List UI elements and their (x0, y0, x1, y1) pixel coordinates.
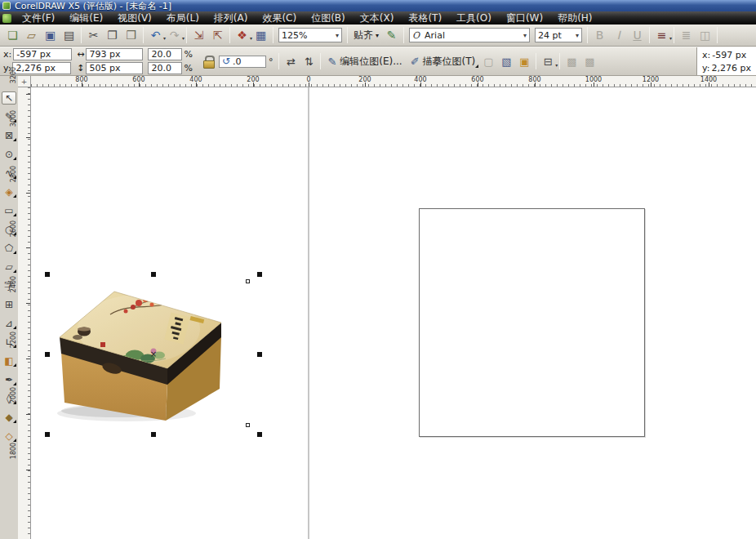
bullet-list-button[interactable]: ≣ (677, 26, 696, 44)
menu-item[interactable]: 排列(A) (207, 11, 256, 24)
ruler-label: 2800 (18, 179, 30, 207)
selection-handle[interactable] (257, 432, 262, 437)
selection-mini-handle[interactable] (246, 279, 250, 283)
page-border-rect[interactable] (419, 208, 645, 437)
font-size-combo[interactable]: 24 pt ▾ (535, 28, 582, 42)
pick-tool[interactable]: ↖ (2, 91, 16, 105)
table-tool[interactable]: ⊞ (2, 298, 16, 311)
options-button[interactable]: ✎ (382, 26, 401, 44)
selection-handle[interactable] (45, 352, 50, 357)
new-document-button[interactable]: ❏ (3, 26, 22, 44)
print-button[interactable]: ▤ (60, 26, 78, 44)
selection-box: × (47, 274, 260, 434)
horizontal-ruler[interactable]: 8006004002000200400600800100012001400 (31, 76, 756, 87)
separator (649, 27, 650, 43)
selection-handle[interactable] (151, 272, 156, 277)
italic-button[interactable]: I (609, 26, 628, 44)
title-bar[interactable]: CorelDRAW X5 (评估版) - [未命名 -1] (0, 0, 756, 11)
to-back-button[interactable]: ▩ (580, 52, 598, 70)
redo-button[interactable]: ↷ (165, 26, 184, 44)
menu-item[interactable]: 帮助(H) (550, 11, 599, 24)
zoom-tool[interactable]: ⊙ (2, 148, 16, 161)
zoom-level-combo[interactable]: 125% ▾ (278, 28, 342, 42)
ruler-label: 200 (336, 76, 394, 87)
menu-item[interactable]: 编辑(E) (62, 11, 110, 24)
selection-handle[interactable] (45, 432, 50, 437)
object-width-icon: ↔ (77, 49, 84, 60)
scale-v-field[interactable]: 20.0 (148, 62, 182, 74)
copy-button[interactable]: ❐ (103, 26, 122, 44)
selection-handle[interactable] (45, 272, 50, 277)
menu-item[interactable]: 窗口(W) (499, 11, 550, 24)
mirror-horizontal-button[interactable]: ⇄ (282, 52, 300, 70)
cut-button[interactable]: ✂ (84, 26, 103, 44)
welcome-screen-button[interactable]: ▦ (251, 26, 270, 44)
selection-mini-handle[interactable] (246, 423, 250, 427)
edit-bitmap-button[interactable]: ✎ 编辑位图(E)... (323, 52, 406, 70)
wrap-text-button[interactable]: ⊟ (539, 52, 557, 70)
bitmap-color-mask-button[interactable]: ▣ (515, 52, 533, 70)
chevron-down-icon[interactable]: ▾ (576, 32, 579, 39)
lock-ratio-icon[interactable] (202, 55, 214, 68)
menu-item[interactable]: 表格(T) (401, 11, 449, 24)
font-list-combo[interactable]: O Arial ▾ (409, 28, 530, 42)
straighten-bitmap-button[interactable]: ▧ (497, 52, 515, 70)
selection-handle[interactable] (257, 272, 262, 277)
ruler-label: 2400 (18, 289, 30, 317)
export-button[interactable]: ⇱ (208, 26, 227, 44)
vertical-guideline[interactable] (308, 87, 309, 539)
trace-bitmap-icon: ✐ (411, 56, 420, 68)
y-position-field[interactable]: 2,276 px (12, 62, 71, 74)
rotation-angle-field[interactable]: ↺.0 (219, 56, 266, 68)
undo-button[interactable]: ↶ (146, 26, 165, 44)
mirror-vertical-button[interactable]: ⇅ (300, 52, 318, 70)
drop-cap-button[interactable]: ◫ (696, 26, 714, 44)
coreldraw-logo-icon (2, 2, 11, 10)
standard-toolbar: ❏▱▣▤✂❐❒↶↷⇲⇱❖▦ 125% ▾ 贴齐 ▾ ✎ O Arial ▾ 24… (0, 24, 756, 47)
x-position-field[interactable]: -597 px (13, 48, 72, 60)
fill-tool[interactable]: ◆ (2, 411, 16, 424)
bold-button[interactable]: B (590, 26, 609, 44)
ruler-label: 1400 (680, 76, 737, 87)
menu-item[interactable]: 视图(V) (110, 11, 159, 24)
import-button[interactable]: ⇲ (189, 26, 208, 44)
scale-h-field[interactable]: 20.0 (148, 48, 182, 60)
chevron-down-icon[interactable]: ▾ (523, 32, 527, 39)
selection-handle[interactable] (257, 352, 262, 357)
vertical-ruler[interactable]: 32003000280026002400220020001800 (18, 87, 31, 539)
to-front-button[interactable]: ▩ (563, 52, 580, 70)
menu-item[interactable]: 文本(X) (353, 11, 402, 24)
save-button[interactable]: ▣ (41, 26, 60, 44)
selection-handle[interactable] (151, 432, 156, 437)
object-width-field[interactable]: 793 px (86, 48, 143, 60)
polygon-tool[interactable]: ⬠ (2, 242, 16, 255)
menu-item[interactable]: 文件(F) (15, 11, 62, 24)
zoom-level-value: 125% (282, 30, 332, 41)
underline-button[interactable]: U (628, 26, 647, 44)
separator (717, 27, 718, 43)
property-bar: x: -597 px y: 2,276 px ↔ 793 px ↕ 505 px… (0, 47, 756, 76)
application-launcher-button[interactable]: ❖ (233, 26, 251, 44)
object-height-field[interactable]: 505 px (86, 62, 143, 74)
menu-item[interactable]: 工具(O) (449, 11, 499, 24)
blend-tool[interactable]: ◧ (2, 354, 16, 368)
separator (674, 27, 674, 43)
cursor-x-value: -597 px (712, 50, 746, 60)
paste-button[interactable]: ❒ (122, 26, 140, 44)
edit-bitmap-icon: ✎ (327, 56, 336, 68)
menu-item[interactable]: 位图(B) (304, 11, 353, 24)
text-alignment-button[interactable]: ≡ (652, 26, 671, 44)
resample-bitmap-button[interactable]: ▢ (479, 52, 497, 70)
chevron-down-icon[interactable]: ▾ (336, 32, 339, 39)
drawing-canvas[interactable]: × (31, 87, 756, 539)
open-button[interactable]: ▱ (22, 26, 41, 44)
workspace: ↖✎⊠⊙∿◈▭○⬠▱字⊞⊿∟◧✒◊◆◇ + 800600400200020040… (0, 76, 756, 539)
trace-bitmap-button[interactable]: ✐ 描摹位图(T) (407, 52, 480, 70)
menu-item[interactable]: 效果(C) (255, 11, 304, 24)
ruler-label: 800 (506, 76, 563, 87)
chevron-down-icon[interactable]: ▾ (376, 32, 379, 39)
snap-to-dropdown[interactable]: 贴齐 ▾ (350, 27, 382, 43)
ruler-label: 3200 (18, 80, 30, 108)
separator (273, 27, 273, 43)
menu-item[interactable]: 布局(L) (159, 11, 207, 24)
